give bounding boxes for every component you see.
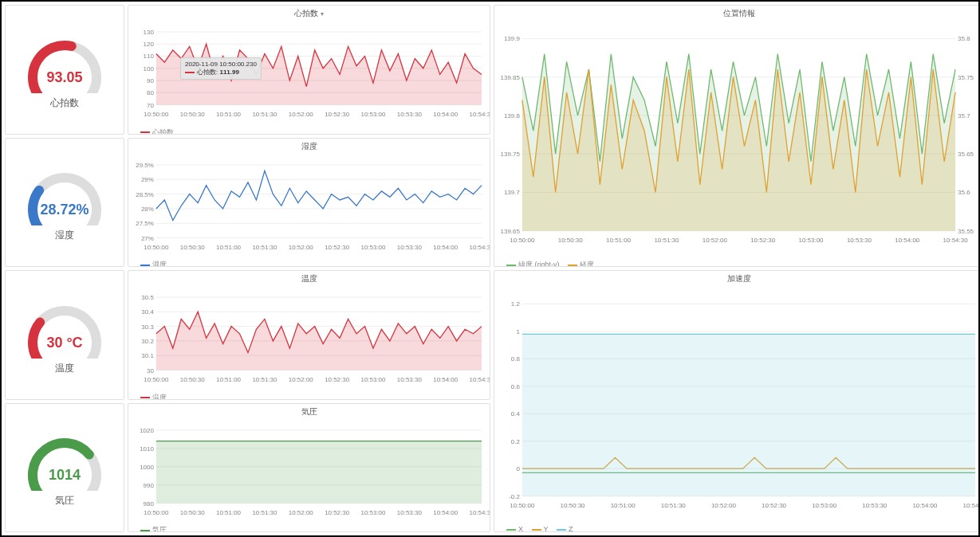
svg-text:10:50:30: 10:50:30: [560, 502, 585, 509]
gauge-temperature[interactable]: 30 °C 温度: [5, 270, 124, 400]
svg-text:29%: 29%: [141, 176, 154, 183]
svg-text:10:53:00: 10:53:00: [360, 243, 386, 250]
gauge-label-humidity: 湿度: [55, 229, 74, 242]
chart-temperature[interactable]: 温度 3030.130.230.330.430.510:50:0010:50:3…: [128, 270, 490, 400]
svg-text:1010: 1010: [140, 445, 154, 452]
svg-text:10:52:30: 10:52:30: [325, 376, 350, 383]
svg-text:10:52:30: 10:52:30: [325, 111, 350, 118]
svg-text:10:50:00: 10:50:00: [510, 237, 535, 244]
svg-text:1: 1: [516, 328, 520, 335]
svg-text:80: 80: [147, 89, 154, 96]
svg-text:10:50:30: 10:50:30: [558, 237, 584, 244]
svg-text:139.7: 139.7: [504, 189, 521, 196]
svg-text:1.2: 1.2: [511, 300, 521, 308]
svg-text:10:54:00: 10:54:00: [912, 502, 938, 509]
gauge-column: 93.05 心拍数 28.72% 湿度 30 °C 温度 1014 気圧: [5, 5, 124, 532]
svg-text:10:53:30: 10:53:30: [397, 243, 423, 250]
svg-text:10:51:30: 10:51:30: [252, 376, 277, 383]
legend-humidity: 湿度: [128, 258, 490, 267]
svg-text:10:52:00: 10:52:00: [289, 376, 314, 383]
svg-text:10:51:00: 10:51:00: [216, 111, 242, 118]
gauge-heartrate[interactable]: 93.05 心拍数: [5, 5, 124, 135]
svg-text:35.7: 35.7: [958, 112, 970, 120]
svg-text:10:52:00: 10:52:00: [289, 111, 314, 118]
svg-text:139.9: 139.9: [504, 35, 521, 42]
svg-text:10:50:30: 10:50:30: [180, 376, 206, 383]
svg-text:93.05: 93.05: [46, 69, 82, 85]
legend-text: X: [518, 525, 523, 532]
svg-text:10:51:30: 10:51:30: [252, 111, 277, 118]
svg-text:10:52:30: 10:52:30: [325, 508, 350, 515]
svg-text:10:51:00: 10:51:00: [216, 376, 242, 383]
legend-text: 緯度 (right-y): [518, 261, 560, 267]
chart-title-heartrate[interactable]: 心拍数: [128, 6, 490, 22]
legend-text: 経度: [580, 261, 594, 267]
svg-text:0: 0: [516, 465, 520, 472]
svg-text:10:54:00: 10:54:00: [433, 111, 459, 118]
svg-text:10:53:00: 10:53:00: [799, 237, 825, 244]
svg-text:30: 30: [147, 367, 154, 374]
tooltip-label: 心拍数:: [197, 69, 218, 76]
svg-text:35.75: 35.75: [958, 74, 974, 81]
tooltip-value: 111.99: [219, 69, 238, 76]
svg-text:10:54:30: 10:54:30: [470, 376, 490, 383]
svg-text:10:54:30: 10:54:30: [470, 111, 490, 118]
svg-text:10:54:30: 10:54:30: [470, 243, 490, 250]
chart-title-accel: 加速度: [494, 271, 980, 287]
svg-text:1020: 1020: [140, 426, 154, 433]
gauge-label-temperature: 温度: [55, 362, 74, 375]
svg-text:10:52:30: 10:52:30: [762, 502, 787, 509]
gauge-label-heartrate: 心拍数: [50, 96, 79, 110]
svg-text:27.5%: 27.5%: [136, 220, 154, 227]
gauge-pressure[interactable]: 1014 気圧: [5, 403, 124, 533]
svg-text:10:52:30: 10:52:30: [750, 237, 776, 244]
chart-heartrate[interactable]: 心拍数 70809010011012013010:50:0010:50:3010…: [128, 5, 490, 135]
svg-text:10:53:30: 10:53:30: [847, 237, 872, 244]
legend-text: Z: [569, 525, 573, 532]
svg-text:10:50:30: 10:50:30: [180, 243, 206, 250]
svg-text:10:51:30: 10:51:30: [654, 237, 679, 244]
svg-text:10:54:30: 10:54:30: [963, 502, 980, 509]
legend-accel: X Y Z: [494, 523, 980, 532]
svg-text:10:50:00: 10:50:00: [510, 502, 535, 509]
svg-text:10:53:00: 10:53:00: [360, 376, 386, 383]
svg-text:139.85: 139.85: [501, 74, 521, 81]
svg-text:35.6: 35.6: [958, 189, 970, 196]
chart-location[interactable]: 位置情報 139.65139.7139.75139.8139.85139.935…: [494, 5, 980, 267]
svg-text:35.55: 35.55: [958, 228, 974, 235]
svg-text:10:52:00: 10:52:00: [289, 508, 314, 515]
chart-title-location: 位置情報: [494, 6, 980, 22]
gauge-humidity[interactable]: 28.72% 湿度: [5, 138, 124, 268]
svg-text:10:50:00: 10:50:00: [144, 508, 169, 515]
legend-temperature: 温度: [128, 391, 490, 400]
svg-text:0.4: 0.4: [511, 410, 521, 417]
svg-text:30.2: 30.2: [141, 338, 154, 345]
svg-text:100: 100: [144, 65, 155, 73]
legend-text: 心拍数: [152, 128, 174, 135]
legend-location: 緯度 (right-y) 経度: [494, 258, 980, 267]
svg-text:10:53:30: 10:53:30: [397, 508, 423, 515]
svg-text:1014: 1014: [49, 467, 81, 483]
legend-text: 湿度: [152, 261, 167, 267]
chart-accel[interactable]: 加速度 -0.200.20.40.60.811.210:50:0010:50:3…: [494, 270, 980, 532]
svg-text:10:53:00: 10:53:00: [812, 502, 837, 509]
chart-svg-humidity: 27%27.5%28%28.5%29%29.5%10:50:0010:50:30…: [128, 155, 490, 259]
svg-text:120: 120: [144, 41, 155, 48]
gauge-arc-heartrate: 93.05: [21, 29, 108, 93]
svg-text:35.8: 35.8: [958, 35, 970, 42]
svg-text:10:52:00: 10:52:00: [703, 237, 728, 244]
svg-text:10:53:00: 10:53:00: [360, 508, 386, 515]
svg-text:10:51:00: 10:51:00: [216, 508, 242, 515]
svg-text:10:53:00: 10:53:00: [360, 111, 386, 118]
chart-humidity[interactable]: 湿度 27%27.5%28%28.5%29%29.5%10:50:0010:50…: [128, 138, 490, 268]
svg-text:10:50:30: 10:50:30: [180, 111, 206, 118]
svg-text:10:52:00: 10:52:00: [711, 502, 737, 509]
svg-text:0.6: 0.6: [511, 383, 521, 390]
svg-text:30.4: 30.4: [141, 308, 154, 316]
svg-text:90: 90: [147, 77, 154, 84]
svg-text:10:50:00: 10:50:00: [144, 376, 169, 383]
svg-text:35.65: 35.65: [958, 151, 974, 158]
chart-pressure[interactable]: 気圧 98099010001010102010:50:0010:50:3010:…: [128, 403, 490, 533]
svg-text:28.72%: 28.72%: [40, 202, 89, 218]
gauge-arc-pressure: 1014: [21, 427, 108, 491]
